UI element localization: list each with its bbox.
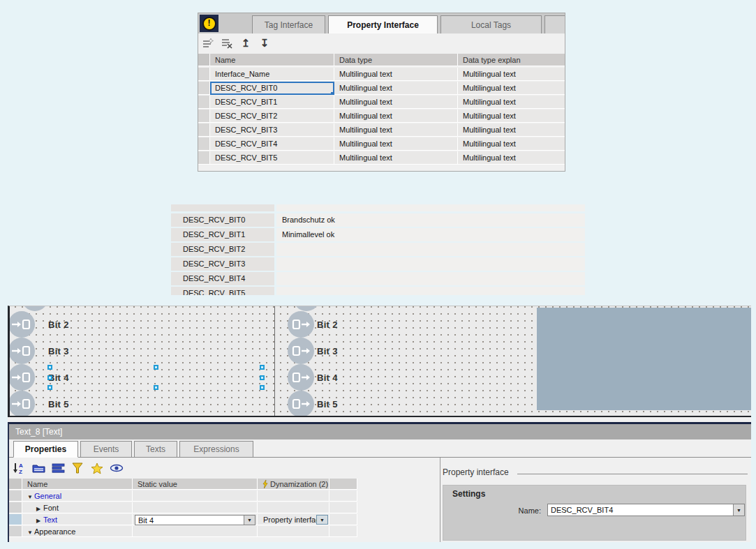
cell-name[interactable]: ▶Text bbox=[22, 514, 133, 525]
cell-value[interactable] bbox=[276, 243, 585, 256]
cell-value[interactable] bbox=[276, 272, 585, 285]
chevron-down-icon[interactable]: ▼ bbox=[244, 516, 255, 525]
bit-input-icon[interactable] bbox=[8, 311, 35, 338]
property-row-appearance[interactable]: ▼Appearance bbox=[9, 526, 438, 538]
row-gutter[interactable] bbox=[198, 82, 210, 95]
name-combobox[interactable]: DESC_RCV_BIT4 ▼ bbox=[547, 504, 745, 516]
selection-handle-mid-right[interactable] bbox=[260, 375, 265, 380]
text-object[interactable]: Bit 3 bbox=[48, 346, 69, 356]
cell-explanation[interactable]: Multilingual text bbox=[458, 82, 565, 95]
row-gutter[interactable] bbox=[198, 110, 210, 123]
cell-name[interactable]: DESC_RCV_BIT3 bbox=[210, 123, 334, 137]
cell-datatype[interactable]: Multilingual text bbox=[334, 82, 458, 95]
tab-expressions[interactable]: Expressions bbox=[179, 441, 253, 458]
cell-static-value[interactable] bbox=[133, 526, 258, 537]
cell-value[interactable]: Brandschutz ok bbox=[276, 213, 585, 227]
dynamization-dropdown-button[interactable]: ▼ bbox=[316, 515, 328, 525]
text-object[interactable]: Bit 2 bbox=[317, 319, 338, 330]
table-row[interactable]: Interface_Name Multilingual text Multili… bbox=[198, 68, 565, 82]
expand-icon[interactable]: ▼ bbox=[27, 494, 34, 500]
expand-icon[interactable]: ▼ bbox=[27, 529, 34, 536]
row-gutter[interactable] bbox=[198, 123, 210, 137]
table-row[interactable]: DESC_RCV_BIT5 Multilingual text Multilin… bbox=[198, 151, 565, 165]
table-row[interactable]: DESC_RCV_BIT4 Multilingual text Multilin… bbox=[198, 137, 565, 151]
row-gutter[interactable] bbox=[198, 96, 210, 109]
warning-button[interactable]: ! bbox=[200, 15, 218, 32]
selection-handle-bottom-right[interactable] bbox=[260, 385, 265, 390]
row-gutter[interactable] bbox=[9, 526, 22, 537]
bit-input-icon[interactable] bbox=[8, 391, 35, 417]
cell-name[interactable]: ▼Appearance bbox=[22, 526, 133, 537]
col-header-static-value[interactable]: Static value bbox=[133, 479, 258, 490]
bit-output-icon[interactable] bbox=[293, 306, 320, 311]
move-down-icon[interactable]: ↧ bbox=[258, 37, 271, 50]
cell-name[interactable]: DESC_RCV_BIT2 bbox=[210, 110, 334, 123]
text-object[interactable]: Bit 5 bbox=[317, 399, 338, 409]
favorites-star-icon[interactable] bbox=[90, 461, 104, 475]
cell-value[interactable] bbox=[276, 257, 585, 271]
cell-datatype[interactable]: Multilingual text bbox=[334, 151, 458, 165]
cell-name[interactable]: DESC_RCV_BIT4 bbox=[171, 272, 274, 285]
tab-partial[interactable] bbox=[544, 15, 565, 33]
bit-output-icon[interactable] bbox=[288, 338, 314, 364]
text-object[interactable]: Bit 2 bbox=[48, 319, 69, 330]
col-header-dynamization[interactable]: Dynamization (2) bbox=[258, 479, 329, 490]
bit-output-icon[interactable] bbox=[288, 364, 314, 391]
cell-dynamization[interactable] bbox=[258, 502, 329, 513]
bit-output-icon[interactable] bbox=[288, 391, 314, 417]
cell-name[interactable]: DESC_RCV_BIT1 bbox=[171, 228, 274, 241]
cell-value[interactable]: Minimallevel ok bbox=[276, 228, 585, 241]
cell-name[interactable]: DESC_RCV_BIT0 bbox=[171, 213, 274, 227]
table-row-partial[interactable] bbox=[171, 204, 274, 211]
row-gutter[interactable] bbox=[198, 151, 210, 165]
table-row[interactable]: DESC_RCV_BIT1 Multilingual text Multilin… bbox=[198, 96, 565, 110]
cell-name[interactable]: Interface_Name bbox=[210, 68, 334, 81]
selection-handle-bottom-center[interactable] bbox=[154, 385, 158, 390]
cell-datatype[interactable]: Multilingual text bbox=[334, 110, 458, 123]
cell-static-value[interactable] bbox=[133, 502, 258, 513]
cell-name[interactable]: DESC_RCV_BIT4 bbox=[210, 137, 334, 151]
cell-name[interactable]: ▼General bbox=[22, 490, 133, 502]
cell-value[interactable] bbox=[276, 204, 585, 211]
property-row-font[interactable]: ▶Font bbox=[9, 502, 438, 514]
cell-name-selected[interactable]: DESC_RCV_BIT0 bbox=[210, 82, 334, 95]
cell-explanation[interactable]: Multilingual text bbox=[458, 110, 565, 123]
canvas-rectangle-object[interactable] bbox=[537, 308, 751, 410]
chevron-down-icon[interactable]: ▼ bbox=[733, 504, 744, 516]
col-header-datatype[interactable]: Data type bbox=[334, 54, 458, 66]
cell-explanation[interactable]: Multilingual text bbox=[458, 151, 565, 165]
property-row-text[interactable]: ▶Text Property interface Bit 4 ▼ ▼ bbox=[9, 514, 438, 526]
cell-datatype[interactable]: Multilingual text bbox=[334, 137, 458, 151]
delete-row-icon[interactable] bbox=[221, 37, 233, 50]
tab-property-interface[interactable]: Property Interface bbox=[328, 15, 438, 33]
expand-icon[interactable]: ▶ bbox=[36, 506, 43, 512]
category-view-icon[interactable] bbox=[31, 461, 45, 475]
col-header-name[interactable]: Name bbox=[22, 479, 133, 490]
text-object[interactable]: Bit 3 bbox=[317, 346, 338, 356]
cell-explanation[interactable]: Multilingual text bbox=[458, 123, 565, 137]
filter-icon[interactable] bbox=[71, 461, 84, 475]
cell-name[interactable]: DESC_RCV_BIT5 bbox=[210, 151, 334, 165]
table-row[interactable]: DESC_RCV_BIT2 Multilingual text Multilin… bbox=[198, 110, 565, 123]
cell-name[interactable]: DESC_RCV_BIT5 bbox=[171, 287, 274, 295]
col-header-explanation[interactable]: Data type explan bbox=[458, 54, 565, 66]
selection-handle-top-left[interactable] bbox=[47, 365, 52, 370]
add-row-icon[interactable] bbox=[202, 37, 214, 50]
cell-name[interactable]: DESC_RCV_BIT2 bbox=[171, 243, 274, 256]
row-gutter[interactable] bbox=[198, 137, 210, 151]
panel-divider[interactable] bbox=[440, 458, 440, 542]
tab-events[interactable]: Events bbox=[80, 441, 132, 458]
col-header-name[interactable]: Name bbox=[210, 54, 334, 66]
row-gutter-selected[interactable] bbox=[9, 514, 22, 525]
property-row-general[interactable]: ▼General bbox=[9, 490, 438, 502]
cell-dynamization[interactable] bbox=[258, 526, 329, 537]
cell-name[interactable]: DESC_RCV_BIT1 bbox=[210, 96, 334, 109]
cell-name[interactable]: ▶Font bbox=[22, 502, 133, 513]
static-value-combobox[interactable]: Bit 4 ▼ bbox=[135, 515, 255, 525]
selection-handle-top-center[interactable] bbox=[154, 365, 158, 370]
row-gutter[interactable] bbox=[9, 490, 22, 502]
cell-explanation[interactable]: Multilingual text bbox=[458, 137, 565, 151]
cell-datatype[interactable]: Multilingual text bbox=[334, 68, 458, 81]
text-object[interactable]: Bit 5 bbox=[48, 399, 69, 409]
tab-local-tags[interactable]: Local Tags bbox=[440, 15, 542, 33]
